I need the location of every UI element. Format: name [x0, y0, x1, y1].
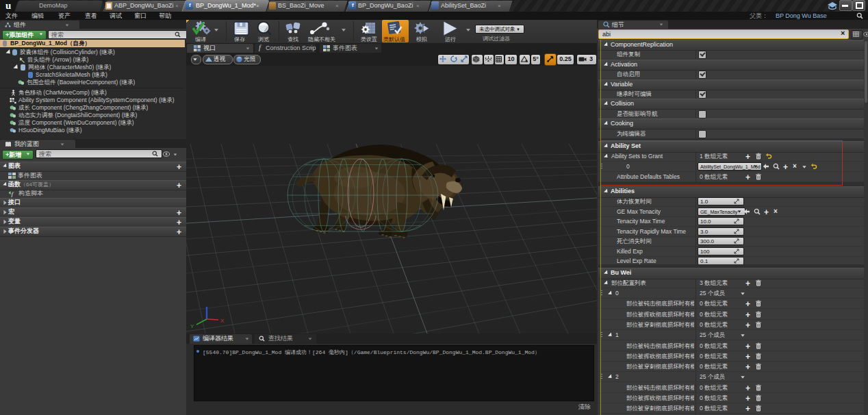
svg-text:X: X — [220, 318, 225, 324]
svg-text:Y: Y — [190, 323, 194, 329]
svg-text:f: f — [12, 190, 14, 197]
